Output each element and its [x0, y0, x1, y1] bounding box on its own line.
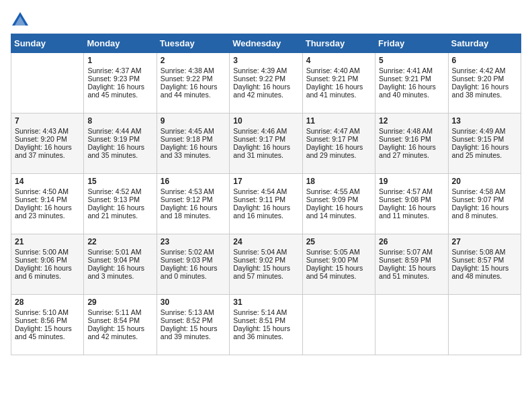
day-info: Daylight: 15 hours and 54 minutes. — [306, 264, 371, 280]
day-number: 3 — [233, 56, 298, 65]
day-info: Daylight: 16 hours and 16 minutes. — [233, 203, 298, 220]
day-info: Sunset: 9:18 PM — [161, 135, 226, 143]
day-info: Daylight: 16 hours and 27 minutes. — [379, 143, 444, 159]
day-info: Daylight: 16 hours and 31 minutes. — [233, 143, 298, 159]
day-info: Sunrise: 4:49 AM — [452, 127, 517, 135]
day-info: Daylight: 16 hours and 37 minutes. — [15, 143, 80, 159]
day-info: Sunset: 8:51 PM — [233, 316, 298, 324]
day-number: 6 — [452, 56, 517, 65]
day-info: Sunrise: 5:14 AM — [233, 308, 298, 316]
day-info: Sunset: 9:08 PM — [379, 195, 444, 203]
day-info: Sunrise: 4:46 AM — [233, 127, 298, 135]
day-info: Daylight: 15 hours and 42 minutes. — [87, 324, 152, 340]
day-info: Daylight: 16 hours and 0 minutes. — [161, 264, 226, 280]
day-info: Sunset: 9:17 PM — [306, 135, 371, 143]
day-cell: 24Sunrise: 5:04 AMSunset: 9:02 PMDayligh… — [230, 234, 302, 295]
day-info: Daylight: 16 hours and 8 minutes. — [452, 203, 517, 220]
day-number: 8 — [87, 116, 152, 126]
day-info: Sunrise: 4:55 AM — [306, 187, 371, 195]
day-info: Sunrise: 5:00 AM — [15, 248, 80, 256]
day-info: Sunrise: 4:53 AM — [161, 187, 226, 195]
day-number: 19 — [379, 177, 444, 186]
day-info: Daylight: 16 hours and 35 minutes. — [87, 143, 152, 159]
day-info: Sunrise: 4:45 AM — [161, 127, 226, 135]
day-cell: 30Sunrise: 5:13 AMSunset: 8:52 PMDayligh… — [157, 295, 229, 355]
day-info: Daylight: 16 hours and 6 minutes. — [15, 264, 80, 280]
day-info: Sunset: 9:19 PM — [87, 135, 152, 143]
day-info: Daylight: 15 hours and 39 minutes. — [161, 324, 226, 340]
day-info: Sunset: 9:17 PM — [233, 135, 298, 143]
day-cell: 12Sunrise: 4:48 AMSunset: 9:16 PMDayligh… — [375, 113, 448, 174]
day-info: Daylight: 16 hours and 45 minutes. — [87, 83, 152, 99]
day-info: Sunset: 9:22 PM — [233, 75, 298, 83]
day-cell: 26Sunrise: 5:07 AMSunset: 8:59 PMDayligh… — [375, 234, 448, 295]
day-info: Sunset: 9:13 PM — [87, 195, 152, 203]
day-info: Daylight: 16 hours and 23 minutes. — [15, 203, 80, 220]
day-info: Sunrise: 5:01 AM — [87, 248, 152, 256]
day-number: 24 — [233, 237, 298, 246]
day-info: Daylight: 15 hours and 57 minutes. — [233, 264, 298, 280]
week-row-5: 28Sunrise: 5:10 AMSunset: 8:56 PMDayligh… — [11, 295, 521, 355]
day-number: 7 — [15, 116, 80, 126]
week-row-1: 1Sunrise: 4:37 AMSunset: 9:23 PMDaylight… — [11, 53, 521, 113]
day-info: Daylight: 16 hours and 3 minutes. — [87, 264, 152, 280]
header-sunday: Sunday — [11, 34, 84, 53]
day-cell: 21Sunrise: 5:00 AMSunset: 9:06 PMDayligh… — [11, 234, 84, 295]
day-cell: 31Sunrise: 5:14 AMSunset: 8:51 PMDayligh… — [230, 295, 302, 355]
day-number: 29 — [87, 298, 152, 307]
day-cell: 20Sunrise: 4:58 AMSunset: 9:07 PMDayligh… — [448, 174, 521, 234]
day-info: Sunrise: 4:50 AM — [15, 187, 80, 195]
day-info: Sunset: 9:04 PM — [87, 256, 152, 264]
day-info: Sunset: 8:59 PM — [379, 256, 444, 264]
week-row-3: 14Sunrise: 4:50 AMSunset: 9:14 PMDayligh… — [11, 174, 521, 234]
calendar-table: SundayMondayTuesdayWednesdayThursdayFrid… — [11, 34, 521, 355]
day-number: 25 — [306, 237, 371, 246]
day-number: 21 — [15, 237, 80, 246]
day-info: Sunset: 8:56 PM — [15, 316, 80, 324]
day-number: 14 — [15, 177, 80, 186]
day-info: Sunrise: 4:54 AM — [233, 187, 298, 195]
day-info: Sunrise: 4:40 AM — [306, 66, 371, 75]
day-number: 2 — [161, 56, 226, 65]
day-cell: 1Sunrise: 4:37 AMSunset: 9:23 PMDaylight… — [84, 53, 157, 113]
day-cell: 28Sunrise: 5:10 AMSunset: 8:56 PMDayligh… — [11, 295, 84, 355]
day-number: 5 — [379, 56, 444, 65]
day-cell: 10Sunrise: 4:46 AMSunset: 9:17 PMDayligh… — [230, 113, 302, 174]
day-info: Sunrise: 4:41 AM — [379, 66, 444, 75]
day-info: Sunset: 9:03 PM — [161, 256, 226, 264]
day-info: Sunrise: 4:58 AM — [452, 187, 517, 195]
day-info: Daylight: 16 hours and 11 minutes. — [379, 203, 444, 220]
day-cell: 2Sunrise: 4:38 AMSunset: 9:22 PMDaylight… — [157, 53, 229, 113]
day-cell: 9Sunrise: 4:45 AMSunset: 9:18 PMDaylight… — [157, 113, 229, 174]
day-cell: 23Sunrise: 5:02 AMSunset: 9:03 PMDayligh… — [157, 234, 229, 295]
day-info: Daylight: 15 hours and 51 minutes. — [379, 264, 444, 280]
day-number: 16 — [161, 177, 226, 186]
day-info: Sunset: 9:21 PM — [306, 75, 371, 83]
header-tuesday: Tuesday — [157, 34, 229, 53]
day-info: Sunset: 9:11 PM — [233, 195, 298, 203]
day-info: Sunrise: 4:38 AM — [161, 66, 226, 75]
day-number: 18 — [306, 177, 371, 186]
day-info: Daylight: 15 hours and 45 minutes. — [15, 324, 80, 340]
day-cell — [448, 295, 521, 355]
day-cell — [302, 295, 375, 355]
logo-icon — [11, 11, 30, 30]
header-wednesday: Wednesday — [230, 34, 302, 53]
day-cell — [11, 53, 84, 113]
day-info: Sunrise: 5:10 AM — [15, 308, 80, 316]
day-cell: 29Sunrise: 5:11 AMSunset: 8:54 PMDayligh… — [84, 295, 157, 355]
day-cell: 5Sunrise: 4:41 AMSunset: 9:21 PMDaylight… — [375, 53, 448, 113]
day-info: Daylight: 16 hours and 41 minutes. — [306, 83, 371, 99]
day-number: 17 — [233, 177, 298, 186]
day-number: 10 — [233, 116, 298, 126]
day-info: Sunrise: 5:05 AM — [306, 248, 371, 256]
day-number: 13 — [452, 116, 517, 126]
logo — [11, 11, 32, 30]
day-info: Sunset: 9:14 PM — [15, 195, 80, 203]
day-cell: 17Sunrise: 4:54 AMSunset: 9:11 PMDayligh… — [230, 174, 302, 234]
week-row-4: 21Sunrise: 5:00 AMSunset: 9:06 PMDayligh… — [11, 234, 521, 295]
day-info: Sunrise: 5:11 AM — [87, 308, 152, 316]
day-info: Sunrise: 5:04 AM — [233, 248, 298, 256]
day-info: Daylight: 16 hours and 25 minutes. — [452, 143, 517, 159]
day-info: Sunrise: 4:37 AM — [87, 66, 152, 75]
